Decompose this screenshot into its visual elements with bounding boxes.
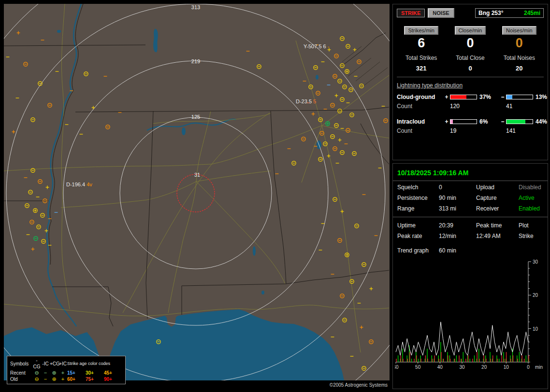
peak-time-label: Peak time (476, 222, 519, 229)
totals-row: Total Strikes 321 Total Close 0 Total No… (397, 55, 544, 72)
rate-row: Strikes/min 6 Close/min 0 Noises/min 0 (397, 26, 544, 51)
cloud-ground-pos-pct: 37% (477, 94, 499, 100)
distribution-title: Lightning type distribution (397, 82, 544, 89)
peak-time-value: 12:49 AM (476, 233, 519, 239)
legend-symbol: ⊕ (50, 370, 58, 376)
cloud-ground-pos-count: 120 (450, 103, 477, 110)
divider (393, 217, 548, 217)
cloud-ground-neg-count: 41 (506, 103, 533, 110)
legend-age-title: Strike age color codes (67, 361, 122, 367)
legend-symbol: ⊖ (32, 376, 41, 382)
bearing-range: 245mi (524, 10, 540, 16)
intracloud-neg-bar (506, 119, 533, 124)
intracloud-neg-count: 141 (506, 127, 533, 134)
capture-label: Capture (476, 195, 519, 201)
legend-header: Symbols -CG -IC +CG +IC Strike age color… (10, 357, 122, 370)
capture-status: Active (519, 195, 543, 201)
storm-cell-label: D-196.4 4v (66, 182, 92, 187)
intracloud-neg-pct: 44% (533, 118, 550, 125)
legend-row: Recent⊖−⊕+15+30+45+ (10, 370, 122, 376)
total-noises-label: Total Noises (495, 55, 544, 61)
strike-stats-panel: STRIKE NOISE Bng 253° 245mi Strikes/min … (392, 4, 548, 160)
noises-per-min-button[interactable]: Noises/min (502, 26, 536, 35)
copyright-text: ©2005 Astrogenic Systems (330, 382, 388, 388)
uptime-grid: Uptime 20:39 Peak time Plot Peak rate 12… (393, 219, 548, 242)
legend-col-neg-ic: -IC (41, 361, 50, 367)
legend-symbol: + (58, 376, 67, 382)
close-per-min-button[interactable]: Close/min (455, 26, 486, 35)
storm-cell-label: D-23.5 5 (296, 98, 316, 104)
intracloud-pos-pct: 6% (477, 118, 499, 125)
bearing-display: Bng 253° 245mi (475, 8, 544, 18)
trend-x-tick-label: 30 (459, 364, 465, 370)
legend-symbol: ⊕ (50, 376, 58, 382)
divider (397, 77, 544, 77)
range-ring-label: 31 (194, 172, 200, 178)
total-strikes: Total Strikes 321 (397, 55, 446, 72)
cloud-ground-neg-pct: 13% (533, 94, 550, 100)
persistence-label: Persistence (397, 195, 439, 201)
total-noises: Total Noises 20 (495, 55, 544, 72)
strikes-per-min-value: 6 (397, 36, 446, 51)
mode-button-row: STRIKE NOISE Bng 253° 245mi (397, 8, 544, 18)
trend-window-value: 60 min (439, 247, 543, 254)
count-label: Count (397, 103, 443, 110)
noises-per-min: Noises/min 0 (495, 26, 544, 51)
total-close: Total Close 0 (446, 55, 494, 72)
upload-status: Disabled (519, 184, 543, 191)
plus-sign: + (443, 118, 450, 125)
trend-x-tick-label: 10 (504, 364, 509, 370)
legend-symbol: ⊖ (32, 370, 41, 376)
legend-symbol: − (41, 376, 50, 382)
status-grid: Squelch 0 Upload Disabled Persistence 90… (393, 181, 548, 215)
cloud-ground-neg-bar (506, 95, 533, 99)
close-per-min-value: 0 (446, 36, 494, 51)
legend-age-code: 90+ (104, 376, 122, 382)
persistence-value: 90 min (439, 195, 476, 201)
trend-x-tick-label: 0 (527, 364, 530, 370)
minus-sign: − (499, 118, 506, 125)
squelch-label: Squelch (397, 184, 439, 191)
squelch-value: 0 (439, 184, 476, 191)
uptime-label: Uptime (397, 222, 439, 229)
status-panel: 10/18/2025 1:09:16 AM Squelch 0 Upload D… (392, 163, 548, 389)
range-ring-label: 313 (191, 4, 200, 10)
bearing-value: Bng 253° (478, 10, 503, 16)
legend-row-label: Old (10, 376, 32, 382)
legend-age-code: 30+ (86, 370, 104, 376)
legend-col-pos-cg: +CG (50, 361, 58, 367)
peak-rate-value: 12/min (439, 233, 476, 239)
trend-graph-chart: 1020306050403020100min (395, 257, 547, 375)
strikes-per-min-button[interactable]: Strikes/min (404, 26, 438, 35)
trend-x-tick-label: 20 (481, 364, 487, 370)
count-label: Count (397, 127, 443, 134)
total-strikes-value: 321 (397, 65, 446, 72)
legend-symbol: + (58, 370, 67, 376)
strike-mode-button[interactable]: STRIKE (397, 9, 425, 17)
uptime-value: 20:39 (439, 222, 476, 229)
trend-x-unit: min (535, 364, 543, 370)
side-panel: STRIKE NOISE Bng 253° 245mi Strikes/min … (392, 4, 548, 389)
legend-col-pos-ic: +IC (58, 361, 67, 367)
legend-symbols-title: Symbols (10, 361, 32, 367)
total-noises-value: 20 (495, 65, 544, 72)
noise-mode-button[interactable]: NOISE (428, 8, 454, 18)
trend-y-tick-label: 20 (533, 293, 538, 298)
upload-label: Upload (476, 184, 519, 191)
storm-cell-label: Y-507.5 6 - (304, 43, 330, 49)
trend-line-strike (396, 322, 528, 355)
plot-type-value: Strike (519, 233, 543, 239)
legend-row-label: Recent (10, 370, 32, 376)
legend-age-code: 60+ (67, 376, 86, 382)
trend-y-tick-label: 10 (533, 326, 538, 332)
lightning-map[interactable]: 31321912531Y-507.5 6 -D-23.5 5D-196.4 4v (4, 4, 390, 380)
datetime-display: 10/18/2025 1:09:16 AM (393, 166, 548, 180)
strikes-per-min: Strikes/min 6 (397, 26, 446, 51)
close-per-min: Close/min 0 (446, 26, 494, 51)
legend-age-code: 75+ (86, 376, 104, 382)
spacer (397, 112, 550, 116)
trend-x-tick-label: 40 (437, 364, 443, 370)
total-close-value: 0 (446, 65, 494, 72)
noises-per-min-value: 0 (495, 36, 544, 51)
legend-col-neg-cg: -CG (32, 357, 41, 370)
